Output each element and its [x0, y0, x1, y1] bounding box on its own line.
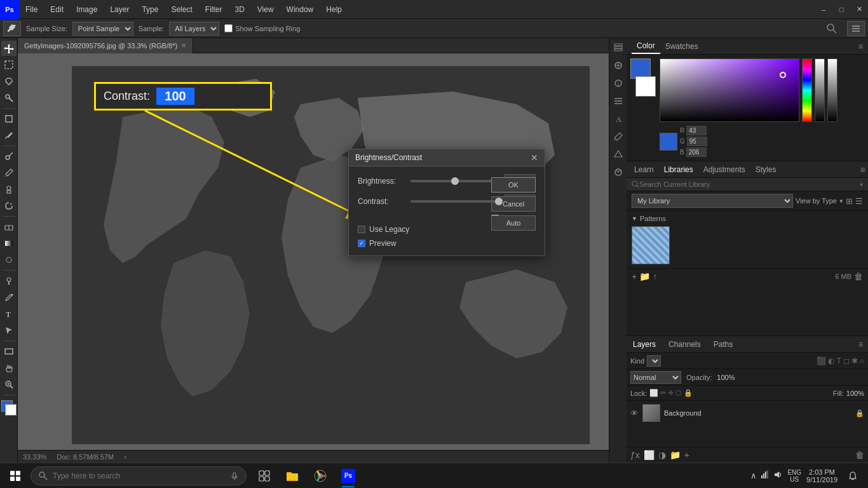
- preview-checkbox[interactable]: ✓: [358, 240, 365, 247]
- dialog-close-button[interactable]: ✕: [531, 153, 538, 162]
- menu-help[interactable]: Help: [320, 0, 348, 18]
- tab-close-button[interactable]: ✕: [181, 42, 186, 49]
- maximize-button[interactable]: □: [832, 0, 850, 19]
- rectangle-tool[interactable]: [1, 344, 17, 359]
- lasso-tool[interactable]: [1, 74, 17, 89]
- minimize-button[interactable]: –: [815, 0, 832, 19]
- blend-mode-select[interactable]: Normal: [630, 371, 681, 384]
- auto-button[interactable]: Auto: [491, 215, 536, 231]
- zoom-tool[interactable]: [1, 377, 17, 392]
- panel-toggle-icon[interactable]: [847, 21, 865, 36]
- tab-color[interactable]: Color: [632, 39, 660, 54]
- b-input[interactable]: [686, 147, 707, 157]
- text-panel-icon[interactable]: A: [611, 112, 625, 126]
- menu-image[interactable]: Image: [70, 0, 104, 18]
- properties-panel-icon[interactable]: [611, 94, 625, 108]
- layers-fx-icon[interactable]: ƒx: [630, 450, 640, 460]
- filter-pixel-icon[interactable]: ⬛: [817, 356, 826, 365]
- menu-type[interactable]: Type: [135, 0, 165, 18]
- gradient-tool[interactable]: [1, 236, 17, 251]
- layers-add-icon[interactable]: +: [684, 450, 689, 460]
- layers-group-icon[interactable]: 📁: [670, 450, 681, 460]
- show-sampling-ring-checkbox[interactable]: Show Sampling Ring: [224, 24, 300, 32]
- filter-text-icon[interactable]: T: [836, 356, 841, 365]
- sample-size-select[interactable]: Point Sample: [72, 22, 133, 36]
- language-indicator[interactable]: ENG US: [787, 469, 801, 483]
- menu-filter[interactable]: Filter: [199, 0, 229, 18]
- contrast-slider-thumb[interactable]: [495, 198, 503, 205]
- search-icon[interactable]: [824, 21, 839, 36]
- grid-view-icon[interactable]: ⊞: [846, 196, 853, 206]
- menu-window[interactable]: Window: [280, 0, 320, 18]
- layers-kind-select[interactable]: [647, 355, 661, 367]
- sample-select[interactable]: All Layers: [169, 22, 219, 36]
- eyedropper-tool[interactable]: [1, 128, 17, 143]
- history-brush-tool[interactable]: [1, 198, 17, 214]
- menu-select[interactable]: Select: [165, 0, 198, 18]
- taskbar-photoshop[interactable]: Ps: [336, 463, 361, 489]
- hand-tool[interactable]: [1, 360, 17, 376]
- healing-brush-tool[interactable]: [1, 149, 17, 164]
- menu-view[interactable]: View: [251, 0, 280, 18]
- tab-learn[interactable]: Learn: [629, 163, 659, 177]
- layer-row[interactable]: 👁 Background 🔒: [627, 401, 868, 425]
- view-type-chevron[interactable]: ▾: [839, 197, 843, 205]
- folder-library-icon[interactable]: 📁: [639, 271, 650, 281]
- library-search-input[interactable]: [639, 180, 860, 188]
- contrast-slider[interactable]: [410, 200, 499, 203]
- microphone-icon[interactable]: [231, 472, 238, 480]
- menu-file[interactable]: File: [19, 0, 44, 18]
- filter-shape-icon[interactable]: ◻: [843, 356, 850, 365]
- color-gradient-picker[interactable]: [660, 58, 799, 122]
- layers-adjustment-icon[interactable]: ◑: [658, 450, 666, 460]
- layers-mask-icon[interactable]: ⬜: [644, 450, 654, 460]
- brush-tool[interactable]: [1, 165, 17, 180]
- g-input[interactable]: [687, 137, 707, 146]
- quick-selection-tool[interactable]: [1, 90, 17, 105]
- hue-bar[interactable]: [802, 58, 812, 122]
- lock-artboard-icon[interactable]: ⬡: [675, 389, 682, 397]
- delete-library-icon[interactable]: 🗑: [854, 271, 863, 281]
- crop-tool[interactable]: [1, 111, 17, 126]
- alpha-bar[interactable]: [815, 58, 825, 122]
- pen-tool[interactable]: [1, 290, 17, 305]
- blur-tool[interactable]: [1, 252, 17, 268]
- tab-libraries[interactable]: Libraries: [659, 163, 698, 177]
- tab-paths[interactable]: Paths: [707, 337, 740, 351]
- taskbar-search-input[interactable]: [53, 471, 226, 480]
- move-tool[interactable]: [1, 41, 17, 56]
- tab-layers[interactable]: Layers: [627, 337, 662, 351]
- taskbar-search-bar[interactable]: [31, 466, 247, 485]
- menu-layer[interactable]: Layer: [104, 0, 135, 18]
- layers-panel-menu[interactable]: ≡: [853, 340, 868, 349]
- library-select[interactable]: My Library: [632, 194, 793, 208]
- clone-stamp-tool[interactable]: [1, 182, 17, 197]
- lock-brush-icon[interactable]: ✏: [660, 389, 666, 397]
- filter-toggle[interactable]: ○: [860, 356, 864, 365]
- path-selection-tool[interactable]: [1, 323, 17, 338]
- scroll-right-icon[interactable]: ›: [124, 453, 126, 461]
- tab-adjustments[interactable]: Adjustments: [698, 163, 750, 177]
- dialog-title-bar[interactable]: Brightness/Contrast ✕: [349, 149, 545, 166]
- brightness-bar[interactable]: [827, 58, 837, 122]
- close-button[interactable]: ✕: [850, 0, 868, 19]
- color-panel-menu[interactable]: ≡: [858, 42, 863, 51]
- foreground-color-swatch[interactable]: ↔: [1, 400, 17, 416]
- menu-edit[interactable]: Edit: [44, 0, 70, 18]
- tab-styles[interactable]: Styles: [750, 163, 782, 177]
- document-tab[interactable]: GettyImages-1092095756.jpg @ 33.3% (RGB/…: [18, 38, 193, 53]
- background-color[interactable]: [635, 76, 656, 97]
- filter-smart-icon[interactable]: ✱: [851, 356, 858, 365]
- patterns-triangle[interactable]: ▼: [632, 215, 637, 222]
- volume-icon[interactable]: [773, 470, 782, 481]
- tab-swatches[interactable]: Swatches: [660, 39, 703, 53]
- canvas-container[interactable]: Contrast: 100 Brightness/Contrast ✕: [18, 53, 609, 450]
- shapes-panel-icon[interactable]: [611, 147, 625, 161]
- menu-3d[interactable]: 3D: [228, 0, 250, 18]
- eraser-tool[interactable]: [1, 219, 17, 234]
- notification-button[interactable]: [843, 463, 863, 489]
- ok-button[interactable]: OK: [491, 177, 536, 193]
- use-legacy-checkbox[interactable]: [358, 226, 365, 233]
- dodge-tool[interactable]: [1, 273, 17, 288]
- r-input[interactable]: [686, 126, 707, 135]
